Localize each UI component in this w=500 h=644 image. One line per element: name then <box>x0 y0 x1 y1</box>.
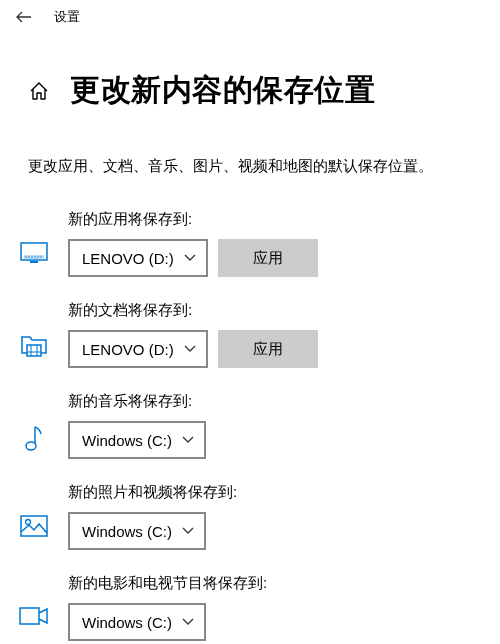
setting-documents: 新的文档将保存到: LENOVO (D:) 应用 <box>0 291 500 382</box>
movies-icon <box>0 574 68 626</box>
svg-point-3 <box>28 256 29 257</box>
documents-icon <box>0 301 68 357</box>
setting-music-dropdown[interactable]: Windows (C:) <box>68 421 206 459</box>
setting-apps-dropdown[interactable]: LENOVO (D:) <box>68 239 208 277</box>
setting-apps-value: LENOVO (D:) <box>82 250 174 267</box>
home-icon[interactable] <box>28 80 50 102</box>
page-header: 更改新内容的保存位置 <box>0 34 500 111</box>
setting-photos-label: 新的照片和视频将保存到: <box>68 483 500 502</box>
back-button[interactable] <box>16 9 32 25</box>
chevron-down-icon <box>184 254 196 262</box>
setting-documents-label: 新的文档将保存到: <box>68 301 500 320</box>
setting-apps-label: 新的应用将保存到: <box>68 210 500 229</box>
setting-movies-label: 新的电影和电视节目将保存到: <box>68 574 500 593</box>
svg-point-4 <box>31 256 32 257</box>
setting-documents-value: LENOVO (D:) <box>82 341 174 358</box>
svg-point-10 <box>26 442 36 450</box>
back-arrow-icon <box>16 11 32 23</box>
settings-list: 新的应用将保存到: LENOVO (D:) 应用 新的文档将保存到: <box>0 176 500 644</box>
setting-movies-value: Windows (C:) <box>82 614 172 631</box>
setting-music-value: Windows (C:) <box>82 432 172 449</box>
svg-rect-8 <box>30 261 38 263</box>
svg-point-7 <box>40 256 41 257</box>
setting-documents-dropdown[interactable]: LENOVO (D:) <box>68 330 208 368</box>
window-title: 设置 <box>54 8 80 26</box>
chevron-down-icon <box>182 527 194 535</box>
svg-rect-9 <box>27 345 41 356</box>
page-title: 更改新内容的保存位置 <box>70 70 375 111</box>
apps-icon <box>0 210 68 264</box>
svg-point-6 <box>37 256 38 257</box>
setting-music-label: 新的音乐将保存到: <box>68 392 500 411</box>
setting-apps: 新的应用将保存到: LENOVO (D:) 应用 <box>0 200 500 291</box>
chevron-down-icon <box>182 436 194 444</box>
setting-music: 新的音乐将保存到: Windows (C:) <box>0 382 500 473</box>
setting-movies-dropdown[interactable]: Windows (C:) <box>68 603 206 641</box>
setting-documents-apply-button[interactable]: 应用 <box>218 330 318 368</box>
setting-apps-apply-button[interactable]: 应用 <box>218 239 318 277</box>
svg-point-12 <box>26 520 31 525</box>
setting-photos: 新的照片和视频将保存到: Windows (C:) <box>0 473 500 564</box>
svg-point-2 <box>25 256 26 257</box>
svg-rect-13 <box>20 608 39 624</box>
titlebar: 设置 <box>0 0 500 34</box>
setting-movies: 新的电影和电视节目将保存到: Windows (C:) <box>0 564 500 644</box>
music-icon <box>0 392 68 452</box>
svg-point-5 <box>34 256 35 257</box>
page-description: 更改应用、文档、音乐、图片、视频和地图的默认保存位置。 <box>0 111 500 176</box>
svg-rect-11 <box>21 516 47 536</box>
photos-icon <box>0 483 68 537</box>
chevron-down-icon <box>182 618 194 626</box>
setting-photos-dropdown[interactable]: Windows (C:) <box>68 512 206 550</box>
setting-photos-value: Windows (C:) <box>82 523 172 540</box>
chevron-down-icon <box>184 345 196 353</box>
